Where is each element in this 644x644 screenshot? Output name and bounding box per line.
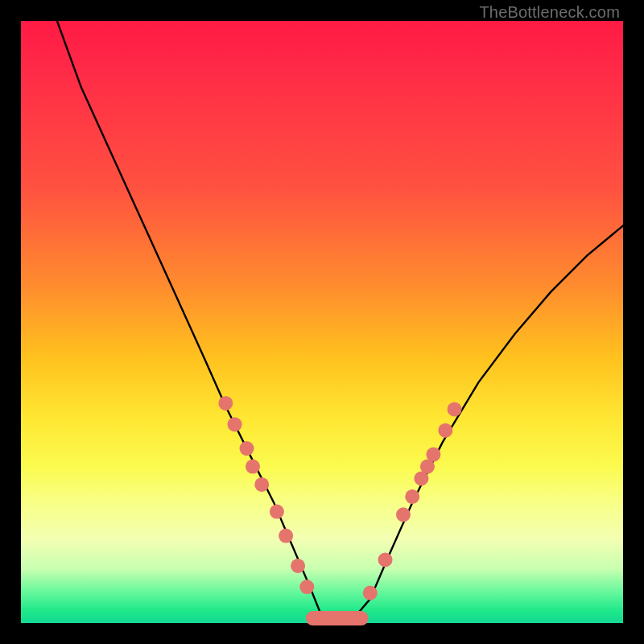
data-point (291, 559, 305, 573)
data-point (396, 507, 411, 522)
data-point (228, 417, 242, 431)
data-point (299, 580, 314, 594)
data-point (405, 489, 419, 504)
bottleneck-curve (57, 21, 623, 620)
chart-overlay (21, 21, 623, 623)
data-point (218, 396, 233, 411)
data-point (279, 529, 293, 543)
data-point (363, 586, 378, 601)
data-point (254, 477, 269, 492)
data-point (426, 448, 440, 462)
chart-frame: TheBottleneck.com (0, 0, 644, 644)
data-point (240, 441, 254, 456)
data-point (438, 423, 452, 438)
bottleneck-curve-path (57, 21, 623, 620)
attribution-label: TheBottleneck.com (479, 3, 620, 22)
data-point-markers (218, 396, 461, 601)
data-point (246, 460, 260, 474)
data-point (270, 505, 284, 519)
data-point (448, 402, 462, 416)
data-point (378, 552, 393, 567)
